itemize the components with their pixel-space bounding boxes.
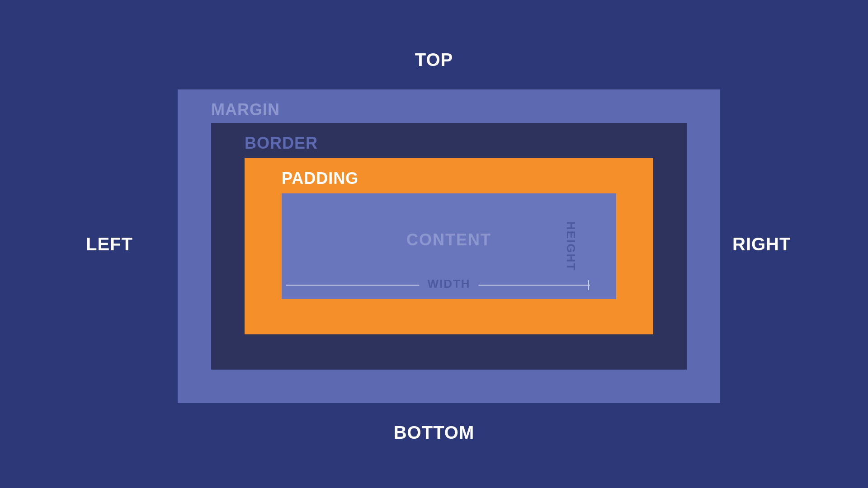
margin-label: MARGIN: [211, 100, 280, 119]
box-model-diagram: MARGIN BORDER PADDING CONTENT HEIGHT WID…: [178, 89, 720, 403]
border-region: BORDER PADDING CONTENT HEIGHT WIDTH: [211, 123, 687, 370]
direction-top-label: TOP: [415, 50, 453, 70]
content-label: CONTENT: [406, 230, 491, 249]
margin-region: MARGIN BORDER PADDING CONTENT HEIGHT WID…: [178, 89, 720, 403]
content-region: CONTENT HEIGHT WIDTH: [282, 193, 616, 299]
padding-region: PADDING CONTENT HEIGHT WIDTH: [245, 158, 653, 334]
width-label: WIDTH: [419, 277, 478, 291]
direction-right-label: RIGHT: [732, 234, 791, 254]
padding-label: PADDING: [282, 169, 359, 188]
direction-left-label: LEFT: [86, 234, 133, 254]
dimension-tick-icon: [588, 280, 589, 290]
height-label: HEIGHT: [563, 221, 577, 271]
border-label: BORDER: [245, 134, 318, 153]
direction-bottom-label: BOTTOM: [394, 422, 475, 443]
